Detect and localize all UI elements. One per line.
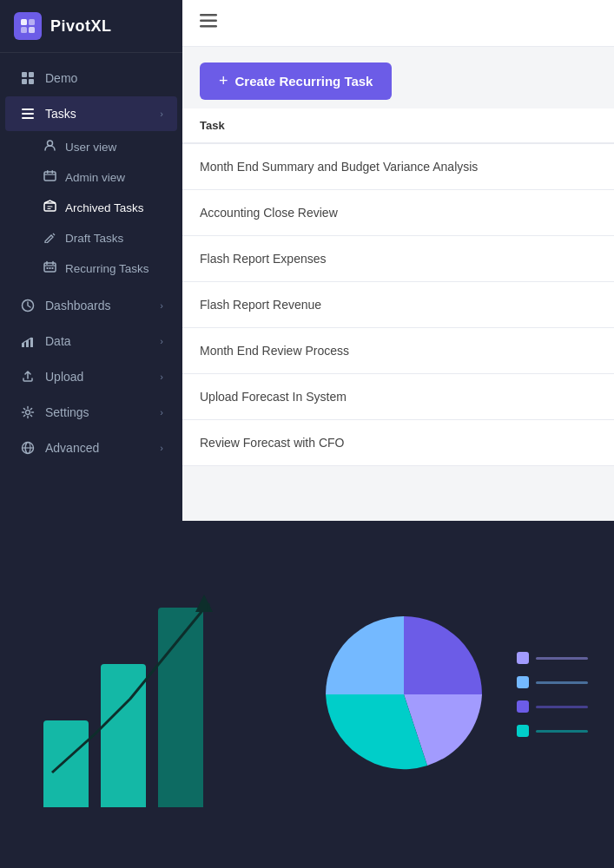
admin-view-icon	[43, 169, 56, 185]
svg-rect-12	[44, 172, 56, 181]
settings-chevron-icon: ›	[160, 407, 163, 418]
demo-icon	[19, 69, 36, 87]
legend-line-3	[536, 706, 588, 708]
svg-marker-30	[195, 595, 213, 612]
sidebar-item-archived-tasks[interactable]: Archived Tasks	[5, 193, 177, 222]
data-label: Data	[45, 334, 71, 348]
table-header: Task	[182, 108, 614, 144]
recurring-tasks-label: Recurring Tasks	[65, 262, 149, 275]
legend-dot-3	[517, 700, 529, 713]
recurring-tasks-icon	[43, 260, 56, 276]
dashboards-icon	[19, 297, 36, 314]
table-row[interactable]: Month End Summary and Budget Variance An…	[182, 144, 614, 190]
sidebar-item-draft-tasks[interactable]: Draft Tasks	[5, 223, 177, 253]
legend-line-1	[536, 657, 588, 660]
logo-icon	[14, 12, 42, 40]
logo-text: PivotXL	[50, 17, 112, 36]
sidebar-nav: Demo Tasks ›	[0, 53, 182, 521]
svg-rect-9	[22, 113, 34, 115]
svg-rect-2	[21, 27, 27, 33]
table-row[interactable]: Review Forecast with CFO	[182, 420, 614, 466]
task-name: Flash Report Expenses	[200, 252, 597, 266]
sidebar-item-demo-label: Demo	[45, 71, 77, 85]
advanced-icon	[19, 439, 36, 457]
sidebar-item-upload[interactable]: Upload ›	[5, 359, 177, 394]
sidebar: PivotXL Demo	[0, 0, 182, 521]
table-row[interactable]: Flash Report Expenses	[182, 236, 614, 282]
settings-icon	[19, 404, 36, 421]
svg-rect-6	[22, 79, 27, 84]
dashboards-label: Dashboards	[45, 299, 111, 312]
legend-dot-2	[517, 676, 529, 688]
table-row[interactable]: Flash Report Revenue	[182, 282, 614, 328]
sidebar-item-admin-view[interactable]: Admin view	[5, 162, 177, 192]
table-row[interactable]: Upload Forecast In System	[182, 374, 614, 420]
sidebar-item-data[interactable]: Data ›	[5, 324, 177, 358]
svg-rect-14	[52, 170, 54, 174]
user-view-icon	[43, 139, 56, 155]
task-name: Month End Summary and Budget Variance An…	[200, 160, 597, 174]
legend-dot-4	[517, 725, 529, 737]
pie-chart-area	[317, 608, 588, 781]
svg-rect-3	[29, 27, 35, 33]
sidebar-item-tasks-label: Tasks	[45, 107, 76, 121]
sidebar-item-user-view[interactable]: User view	[5, 132, 177, 161]
content-area: + Create Recurring Task Task Month End S…	[182, 47, 614, 521]
legend-item-3	[517, 700, 588, 713]
task-name: Month End Review Process	[200, 344, 597, 358]
svg-point-11	[48, 141, 53, 146]
upload-icon	[19, 368, 36, 385]
svg-rect-4	[22, 72, 27, 77]
legend-line-4	[536, 730, 588, 733]
legend-item-1	[517, 652, 588, 664]
task-name: Review Forecast with CFO	[200, 436, 597, 450]
sidebar-item-tasks[interactable]: Tasks ›	[5, 96, 177, 131]
upload-label: Upload	[45, 370, 83, 384]
sidebar-item-settings[interactable]: Settings ›	[5, 395, 177, 430]
svg-rect-1	[29, 19, 35, 25]
create-btn-row: + Create Recurring Task	[182, 47, 614, 108]
hamburger-icon[interactable]	[200, 14, 217, 32]
sidebar-logo: PivotXL	[0, 0, 182, 53]
svg-rect-8	[22, 108, 34, 110]
sidebar-item-dashboards[interactable]: Dashboards ›	[5, 288, 177, 323]
tasks-table: Task Month End Summary and Budget Varian…	[182, 108, 614, 466]
main-content: + Create Recurring Task Task Month End S…	[182, 0, 614, 521]
sidebar-item-recurring-tasks[interactable]: Recurring Tasks	[5, 253, 177, 283]
tasks-chevron-icon: ›	[160, 108, 163, 119]
legend-dot-1	[517, 652, 529, 664]
tasks-icon	[19, 105, 36, 122]
legend-item-4	[517, 725, 588, 737]
create-btn-icon: +	[219, 72, 228, 90]
user-view-label: User view	[65, 141, 116, 154]
table-row[interactable]: Month End Review Process	[182, 328, 614, 374]
task-name: Accounting Close Review	[200, 206, 597, 220]
task-name: Upload Forecast In System	[200, 390, 597, 404]
sidebar-item-advanced[interactable]: Advanced ›	[5, 431, 177, 465]
svg-rect-5	[29, 72, 34, 77]
archived-tasks-label: Archived Tasks	[65, 201, 144, 214]
bar-line-chart	[26, 556, 265, 833]
svg-rect-21	[22, 343, 24, 347]
pie-chart	[317, 608, 491, 781]
data-icon	[19, 332, 36, 350]
legend-item-2	[517, 676, 588, 688]
draft-tasks-label: Draft Tasks	[65, 232, 123, 245]
task-name: Flash Report Revenue	[200, 298, 597, 312]
bottom-decoration	[0, 521, 614, 868]
advanced-chevron-icon: ›	[160, 443, 163, 453]
create-btn-label: Create Recurring Task	[235, 74, 373, 89]
create-recurring-task-button[interactable]: + Create Recurring Task	[200, 62, 392, 100]
data-chevron-icon: ›	[160, 336, 163, 346]
svg-rect-23	[30, 338, 33, 347]
table-row[interactable]: Accounting Close Review	[182, 190, 614, 236]
sidebar-item-demo[interactable]: Demo	[5, 61, 177, 95]
draft-tasks-icon	[43, 230, 56, 246]
main-header	[182, 0, 614, 47]
svg-rect-19	[52, 267, 54, 269]
svg-point-24	[26, 411, 30, 415]
dashboards-chevron-icon: ›	[160, 300, 163, 311]
advanced-label: Advanced	[45, 441, 99, 455]
line-chart-svg	[26, 582, 269, 807]
archived-tasks-icon	[43, 200, 56, 215]
